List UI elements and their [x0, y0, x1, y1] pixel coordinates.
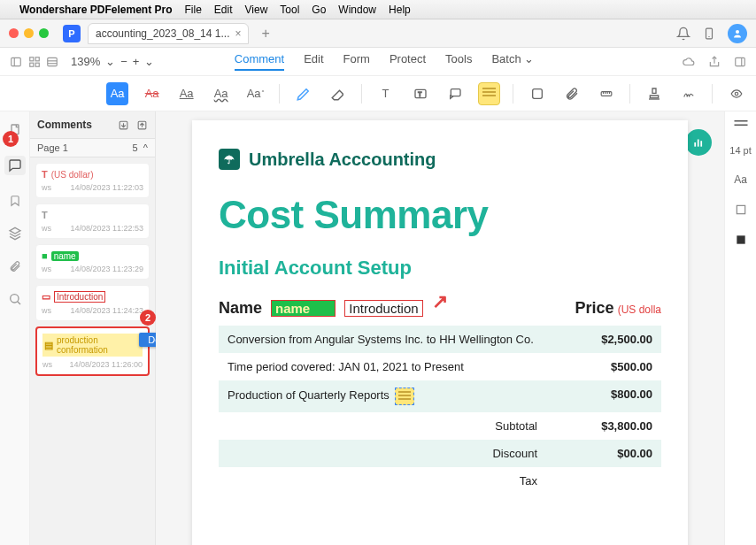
arrow-annotation[interactable]: ↗	[432, 290, 448, 313]
menu-go[interactable]: Go	[312, 4, 326, 16]
bookmarks-icon[interactable]	[9, 193, 21, 209]
app-icon: P	[63, 25, 81, 42]
zoom-control: 139% ⌄ − + ⌄	[71, 55, 154, 68]
callout-tool[interactable]	[444, 82, 466, 105]
visibility-tool[interactable]	[725, 82, 747, 105]
sticky-note-annotation[interactable]	[395, 388, 414, 405]
cost-table: Conversion from Angular Systems Inc. to …	[219, 326, 661, 495]
comment-item[interactable]: ■name ws14/08/2023 11:23:29	[35, 244, 150, 280]
cloud-icon[interactable]	[682, 56, 696, 68]
tab-title: accounting_2023_08_14 1...	[96, 27, 229, 40]
comment-user: ws	[42, 224, 51, 233]
comments-icon[interactable]	[4, 156, 26, 175]
svg-rect-7	[30, 63, 34, 66]
comment-label: production conformation	[57, 335, 141, 355]
zoom-out-button[interactable]: −	[120, 55, 127, 68]
properties-icon[interactable]	[733, 119, 749, 127]
measure-tool[interactable]	[595, 82, 617, 105]
tab-form[interactable]: Form	[343, 52, 370, 71]
svg-rect-32	[700, 141, 702, 146]
minimize-window[interactable]	[24, 28, 34, 38]
tab-batch[interactable]: Batch ⌄	[491, 52, 534, 71]
note-annot-icon: ▤	[44, 340, 53, 351]
mobile-icon[interactable]	[703, 27, 715, 41]
zoom-menu-icon[interactable]: ⌄	[144, 55, 154, 68]
brand-name: Umbrella Acccounting	[249, 150, 436, 170]
comment-time: 14/08/2023 11:23:29	[70, 265, 143, 273]
comment-user: ws	[42, 183, 51, 192]
strikethrough-tool[interactable]: Aa	[141, 82, 163, 105]
list-view-icon[interactable]	[46, 56, 58, 68]
attachment-tool[interactable]	[560, 82, 582, 105]
menu-edit[interactable]: Edit	[214, 4, 233, 16]
tab-comment[interactable]: Comment	[235, 52, 284, 71]
discount-label: Discount	[228, 447, 555, 460]
zoom-dropdown-icon[interactable]: ⌄	[105, 55, 115, 68]
close-tab-icon[interactable]: ×	[235, 27, 241, 40]
box-annotation[interactable]: Introduction	[344, 300, 422, 317]
user-avatar[interactable]	[728, 24, 747, 43]
close-window[interactable]	[9, 28, 19, 38]
tab-edit[interactable]: Edit	[304, 52, 323, 71]
font-style-button[interactable]: Aa	[734, 173, 747, 186]
page-comment-count: 5	[133, 142, 138, 153]
squiggly-tool[interactable]: Aa	[210, 82, 232, 105]
highlight-tool[interactable]: Aa	[106, 82, 128, 105]
textbox-tool[interactable]: T	[409, 82, 431, 105]
maximize-window[interactable]	[39, 28, 49, 38]
zoom-in-button[interactable]: +	[133, 55, 140, 68]
zoom-value[interactable]: 139%	[71, 55, 100, 68]
import-comments-icon[interactable]	[118, 119, 129, 131]
new-tab-button[interactable]: +	[261, 26, 269, 42]
comment-time: 14/08/2023 11:24:23	[70, 306, 143, 315]
separator	[712, 84, 713, 104]
outline-square-icon[interactable]	[735, 203, 747, 216]
menu-tool[interactable]: Tool	[280, 4, 299, 16]
export-comments-icon[interactable]	[136, 119, 148, 131]
comment-item[interactable]: ▭Introduction ws14/08/2023 11:24:23	[35, 285, 150, 321]
ai-fab-button[interactable]	[685, 129, 712, 156]
sidebar-toggle-icon[interactable]	[9, 56, 23, 68]
svg-line-27	[17, 302, 19, 304]
underline-tool[interactable]: Aa	[175, 82, 197, 105]
filled-square-icon[interactable]	[735, 234, 747, 246]
attachments-icon[interactable]	[9, 258, 21, 274]
page-title: Cost Summary	[219, 193, 661, 237]
window-chrome: P accounting_2023_08_14 1... × +	[0, 19, 756, 48]
menu-help[interactable]: Help	[389, 4, 411, 16]
document-tab[interactable]: accounting_2023_08_14 1... ×	[88, 23, 249, 44]
menu-window[interactable]: Window	[338, 4, 376, 16]
svg-rect-30	[694, 142, 696, 147]
comments-page-header[interactable]: Page 1 5 ^	[30, 138, 155, 157]
pencil-tool[interactable]	[292, 82, 314, 105]
search-icon[interactable]	[8, 292, 22, 306]
caret-tool[interactable]: Aa˄	[244, 82, 266, 105]
menu-file[interactable]: File	[185, 4, 202, 16]
font-size-value[interactable]: 14 pt	[729, 145, 751, 156]
comment-item[interactable]: T ws14/08/2023 11:22:53	[35, 203, 150, 239]
comment-item-selected[interactable]: ▤production conformation ws14/08/2023 11…	[35, 326, 150, 376]
text-tool[interactable]: T	[374, 82, 397, 105]
tab-protect[interactable]: Protect	[390, 52, 426, 71]
grid-view-icon[interactable]	[28, 56, 41, 68]
comment-item[interactable]: T(US dollar) ws14/08/2023 11:22:03	[35, 163, 150, 198]
layers-icon[interactable]	[7, 226, 23, 241]
signature-tool[interactable]	[677, 82, 699, 105]
document-viewport[interactable]: ☂ Umbrella Acccounting Cost Summary Init…	[156, 111, 724, 545]
panel-toggle-icon[interactable]	[733, 56, 747, 68]
text-annot-icon: T	[42, 169, 48, 180]
sticky-note-tool[interactable]	[478, 82, 500, 105]
row-value: $500.00	[555, 360, 652, 373]
app-name[interactable]: Wondershare PDFelement Pro	[19, 4, 173, 16]
svg-rect-12	[736, 58, 745, 65]
share-icon[interactable]	[708, 56, 721, 68]
tab-tools[interactable]: Tools	[445, 52, 472, 71]
text-annotation[interactable]: (US dolla	[618, 303, 661, 316]
highlight-annotation[interactable]: name	[271, 300, 336, 317]
menu-view[interactable]: View	[245, 4, 268, 16]
stamp-tool[interactable]	[643, 82, 665, 105]
shape-tool[interactable]	[526, 82, 548, 105]
separator	[513, 84, 513, 104]
eraser-tool[interactable]	[327, 82, 349, 105]
bell-icon[interactable]	[676, 27, 690, 41]
